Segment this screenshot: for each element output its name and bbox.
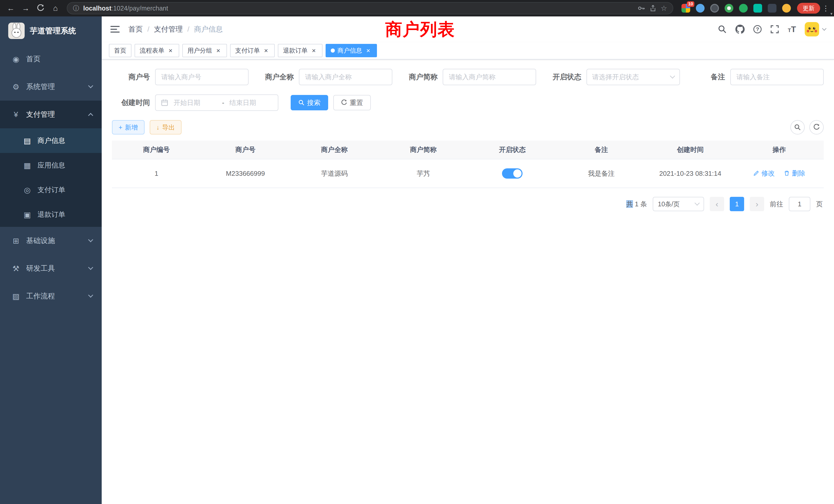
search-form: 商户号 商户全称 商户简称 开启状态 请选择开启状态 [112,69,824,111]
extension-icon-square[interactable] [753,4,762,13]
sidebar-item-app-info[interactable]: ▦ 应用信息 [0,153,102,178]
active-tab-dot [331,48,335,53]
sidebar-item-payment[interactable]: ¥ 支付管理 [0,100,102,128]
address-bar[interactable]: ⓘ localhost:1024/pay/merchant ☆ [67,2,673,14]
toolbar-caret-icon[interactable]: ▾ [830,11,832,16]
short-name-field: 商户简称 [399,69,536,85]
merchant-table: 商户编号 商户号 商户全称 商户简称 开启状态 备注 创建时间 操作 1 M23… [112,141,824,188]
short-name-input[interactable] [443,69,536,85]
sidebar-item-label: 研发工具 [26,264,89,273]
date-end-placeholder: 结束日期 [229,98,273,107]
back-icon[interactable]: ← [4,2,18,15]
sidebar-item-infrastructure[interactable]: ⊞ 基础设施 [0,227,102,255]
tab-close-icon[interactable]: × [167,47,174,54]
cell-status [468,159,557,188]
breadcrumb-home[interactable]: 首页 [128,24,143,34]
reload-icon[interactable] [34,2,47,15]
tab-merchant-info[interactable]: 商户信息× [326,44,377,57]
breadcrumb-separator: / [147,25,150,33]
chevron-down-icon [88,237,93,242]
tab-close-icon[interactable]: × [262,47,270,54]
reset-button[interactable]: 重置 [333,95,371,110]
chevron-down-icon [88,293,93,298]
tab-user-group[interactable]: 用户分组× [182,44,227,57]
tab-close-icon[interactable]: × [365,47,372,54]
help-icon[interactable]: ? [753,25,762,33]
create-time-range-picker[interactable]: 开始日期 - 结束日期 [155,94,278,111]
home-icon[interactable]: ⌂ [49,2,62,15]
grid-icon: ▦ [22,161,33,170]
site-info-icon[interactable]: ⓘ [73,4,79,12]
tab-pay-order[interactable]: 支付订单× [230,44,275,57]
next-page-button[interactable]: › [750,197,764,211]
forward-icon[interactable]: → [19,2,32,15]
column-header: 开启状态 [468,141,557,159]
extension-icon-orange[interactable] [782,4,791,13]
bookmark-star-icon[interactable]: ☆ [661,4,667,13]
edit-link[interactable]: 修改 [753,169,775,178]
reset-button-label: 重置 [350,98,363,107]
search-button[interactable]: 搜索 [291,95,328,110]
remark-input[interactable] [730,69,824,85]
chevron-down-icon [695,201,700,206]
tags-view: 首页 流程表单× 用户分组× 支付订单× 退款订单× 商户信息× [102,42,834,60]
sidebar-item-home[interactable]: ◉ 首页 [0,45,102,73]
extension-icon-pin[interactable] [768,4,776,13]
tab-refund-order[interactable]: 退款订单× [278,44,323,57]
status-select[interactable]: 请选择开启状态 [587,69,680,85]
breadcrumb-separator: / [188,25,190,33]
sidebar-item-merchant-info[interactable]: ▤ 商户信息 [0,128,102,153]
tab-home[interactable]: 首页 [109,44,131,57]
extension-badge: 10 [687,1,694,7]
search-icon[interactable] [718,25,727,33]
sidebar-menu: ◉ 首页 ⚙ 系统管理 ¥ 支付管理 ▤ 商户信息 [0,45,102,310]
extension-icon-blue[interactable] [696,4,705,13]
share-icon[interactable] [650,5,657,12]
remark-field: 备注 [687,69,824,85]
browser-menu-icon[interactable]: ⋮ [822,4,830,13]
sidebar-item-label: 首页 [26,54,92,64]
tab-close-icon[interactable]: × [310,47,317,54]
sidebar-item-devtools[interactable]: ⚒ 研发工具 [0,255,102,282]
toggle-search-button[interactable] [790,120,805,135]
full-name-input[interactable] [299,69,392,85]
extension-icon-avatar[interactable] [725,4,733,13]
hamburger-icon[interactable] [110,24,120,35]
url-path: :1024/pay/merchant [111,5,168,12]
full-name-label: 商户全称 [256,72,294,82]
goto-page-input[interactable] [789,197,810,211]
search-icon [299,99,305,106]
export-button[interactable]: ↓ 导出 [150,120,182,135]
download-icon: ↓ [156,124,160,131]
prev-page-button[interactable]: ‹ [710,197,724,211]
tab-label: 退款订单 [283,46,308,55]
tab-label: 首页 [114,46,126,55]
delete-link[interactable]: 删除 [784,169,805,178]
page-size-select[interactable]: 10条/页 [653,197,704,211]
sidebar-item-pay-order[interactable]: ◎ 支付订单 [0,178,102,202]
extension-icon-apps[interactable]: 10 [681,4,690,13]
merchant-no-input[interactable] [155,69,248,85]
user-avatar[interactable] [805,22,826,37]
github-icon[interactable] [736,25,745,34]
gear-icon: ⚙ [10,83,22,91]
sidebar-item-workflow[interactable]: ▨ 工作流程 [0,282,102,310]
font-size-icon[interactable]: TT [788,25,796,34]
tab-close-icon[interactable]: × [215,47,222,54]
app-logo[interactable]: 芋道管理系统 [0,17,102,45]
extension-icon-dark[interactable] [710,4,719,13]
sidebar-item-system[interactable]: ⚙ 系统管理 [0,73,102,100]
add-button[interactable]: + 新增 [112,120,145,135]
chevron-down-icon [822,26,827,31]
fullscreen-icon[interactable] [770,25,779,33]
tab-process-form[interactable]: 流程表单× [135,44,179,57]
refresh-table-button[interactable] [809,120,824,135]
sidebar-item-refund-order[interactable]: ▣ 退款订单 [0,202,102,227]
page-1-button[interactable]: 1 [730,197,744,211]
extension-icon-green[interactable] [739,4,748,13]
url-text: localhost:1024/pay/merchant [83,5,634,12]
browser-update-button[interactable]: 更新 [797,3,820,14]
breadcrumb-payment[interactable]: 支付管理 [154,24,183,34]
status-toggle[interactable] [502,168,523,179]
key-icon[interactable] [638,4,645,12]
